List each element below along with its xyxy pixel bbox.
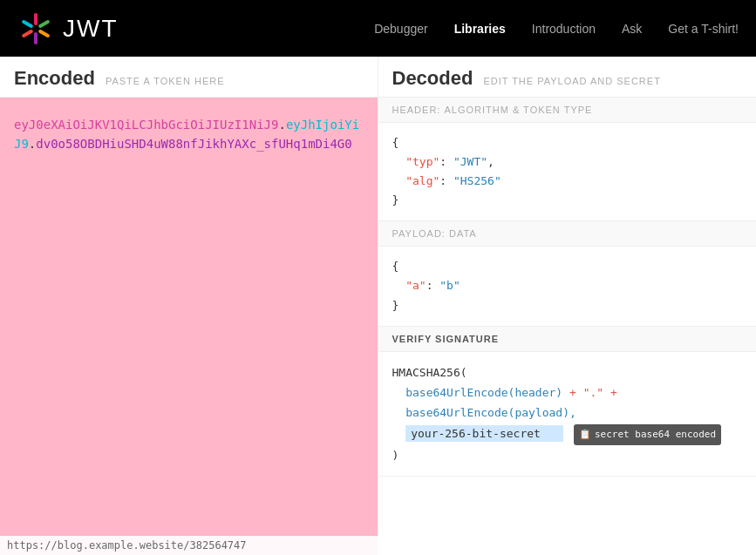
payload-section: PAYLOAD: DATA { "a": "b" } xyxy=(378,221,757,326)
url-bar: https://blog.example.website/382564747 xyxy=(0,536,756,555)
main-nav: Debugger Libraries Introduction Ask Get … xyxy=(374,22,739,36)
decoded-title: Decoded xyxy=(392,67,473,90)
verify-secret-row: 📋 secret base64 encoded xyxy=(392,423,743,445)
decoded-panel-header: Decoded EDIT THE PAYLOAD AND SECRET xyxy=(378,57,757,98)
token-part1: eyJ0eXAiOiJKV1QiLCJhbGciOiJIUzI1NiJ9 xyxy=(14,118,278,132)
verify-param2: base64UrlEncode(payload), xyxy=(392,403,743,423)
verify-close: ) xyxy=(392,445,743,465)
verify-content: HMACSHA256( base64UrlEncode(header) + ".… xyxy=(378,352,757,476)
nav-introduction[interactable]: Introduction xyxy=(532,22,596,36)
payload-json-close: } xyxy=(392,296,743,315)
svg-line-3 xyxy=(40,31,48,36)
header-json-close: } xyxy=(392,191,743,210)
token-part3: dv0o58OBDHiuSHD4uW88nfJikhYAXc_sfUHq1mDi… xyxy=(36,137,351,151)
nav-debugger[interactable]: Debugger xyxy=(374,22,428,36)
svg-line-4 xyxy=(40,22,48,26)
header: JWT Debugger Libraries Introduction Ask … xyxy=(0,0,756,57)
decoded-subtitle: EDIT THE PAYLOAD AND SECRET xyxy=(483,76,660,86)
nav-tshirt[interactable]: Get a T-shirt! xyxy=(668,22,739,36)
payload-json-open: { xyxy=(392,257,743,276)
encoded-subtitle: PASTE A TOKEN HERE xyxy=(106,76,225,86)
encoded-panel-header: Encoded PASTE A TOKEN HERE xyxy=(0,57,378,98)
header-json-open: { xyxy=(392,133,743,152)
svg-line-2 xyxy=(24,22,31,26)
payload-section-label: PAYLOAD: DATA xyxy=(378,221,757,247)
header-json-alg: "alg": "HS256" xyxy=(392,172,743,191)
svg-line-5 xyxy=(24,31,31,36)
encoded-title: Encoded xyxy=(14,67,95,90)
encoded-panel: Encoded PASTE A TOKEN HERE eyJ0eXAiOiJKV… xyxy=(0,57,378,555)
decoded-panel: Decoded EDIT THE PAYLOAD AND SECRET HEAD… xyxy=(378,57,757,555)
header-json-typ: "typ": "JWT", xyxy=(392,152,743,172)
verify-param1: base64UrlEncode(header) + "." + xyxy=(392,382,743,403)
payload-section-content: { "a": "b" } xyxy=(378,247,757,325)
main-content: Encoded PASTE A TOKEN HERE eyJ0eXAiOiJKV… xyxy=(0,57,756,555)
dot1: . xyxy=(278,118,285,132)
secret-badge: 📋 secret base64 encoded xyxy=(574,424,721,445)
payload-json-a: "a": "b" xyxy=(392,276,743,295)
copy-icon: 📋 xyxy=(579,426,591,443)
encoded-content[interactable]: eyJ0eXAiOiJKV1QiLCJhbGciOiJIUzI1NiJ9.eyJ… xyxy=(0,98,378,555)
logo-icon xyxy=(17,10,54,47)
verify-section: VERIFY SIGNATURE HMACSHA256( base64UrlEn… xyxy=(378,327,757,477)
logo-text: JWT xyxy=(63,15,119,43)
header-section: HEADER: ALGORITHM & TOKEN TYPE { "typ": … xyxy=(378,98,757,221)
nav-ask[interactable]: Ask xyxy=(622,22,642,36)
verify-section-label: VERIFY SIGNATURE xyxy=(378,327,757,352)
nav-libraries[interactable]: Libraries xyxy=(454,22,506,36)
verify-func-name: HMACSHA256( xyxy=(392,362,743,382)
header-section-label: HEADER: ALGORITHM & TOKEN TYPE xyxy=(378,98,757,123)
logo-area: JWT xyxy=(17,10,119,47)
secret-input[interactable] xyxy=(405,425,563,442)
header-section-content: { "typ": "JWT", "alg": "HS256" } xyxy=(378,123,757,220)
